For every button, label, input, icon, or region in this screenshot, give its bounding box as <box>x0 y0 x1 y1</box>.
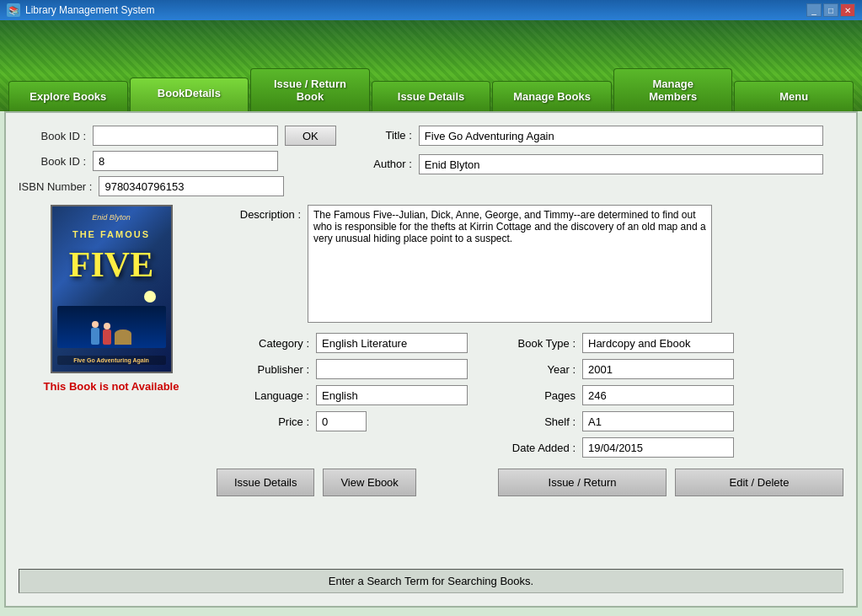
book-id-label-1: Book ID : <box>19 130 86 142</box>
book-id-label-2: Book ID : <box>19 155 86 168</box>
shelf-input[interactable] <box>582 411 734 431</box>
tab-manage-members[interactable]: Manage Members <box>613 68 733 111</box>
action-buttons: Issue Details View Ebook Issue / Return … <box>217 469 843 496</box>
tab-menu[interactable]: Menu <box>734 81 854 111</box>
book-cover-container: Enid Blyton THE FAMOUS FIVE <box>51 205 173 373</box>
language-label: Language : <box>217 389 309 402</box>
content-area: Enid Blyton THE FAMOUS FIVE <box>19 205 843 560</box>
edit-delete-button[interactable]: Edit / Delete <box>675 469 843 496</box>
app-icon: 📚 <box>7 3 20 17</box>
price-input[interactable] <box>316 411 367 431</box>
cover-author: Enid Blyton <box>92 213 131 222</box>
close-button[interactable]: ✕ <box>840 3 855 17</box>
book-id-input-1[interactable] <box>93 126 278 146</box>
book-id-input-2[interactable] <box>93 151 278 171</box>
ok-button[interactable]: OK <box>285 126 336 146</box>
title-input[interactable] <box>419 126 823 146</box>
pages-input[interactable] <box>582 385 734 405</box>
tab-explore-books[interactable]: Explore Books <box>8 81 128 111</box>
price-label: Price : <box>217 415 309 428</box>
publisher-input[interactable] <box>316 359 468 379</box>
cover-subtitle: Five Go Adventuring Again <box>57 356 166 365</box>
date-added-input[interactable] <box>582 437 734 458</box>
status-bar: Enter a Search Term for Searching Books. <box>19 569 843 593</box>
maximize-button[interactable]: □ <box>823 3 838 17</box>
book-type-label: Book Type : <box>474 337 576 350</box>
left-panel: Enid Blyton THE FAMOUS FIVE <box>19 205 204 560</box>
author-input[interactable] <box>419 154 823 174</box>
issue-return-button[interactable]: Issue / Return <box>498 469 667 496</box>
cover-title: FIVE <box>69 247 153 282</box>
nav-area: Explore Books BookDetails Issue / Return… <box>0 20 862 111</box>
date-added-label: Date Added : <box>474 442 576 454</box>
shelf-label: Shelf : <box>474 415 576 428</box>
right-panel: Description : The Famous Five--Julian, D… <box>217 205 843 560</box>
category-input[interactable] <box>316 333 468 353</box>
isbn-label: ISBN Number : <box>19 180 92 193</box>
tab-manage-books[interactable]: Manage Books <box>492 81 612 111</box>
availability-text: This Book is not Available <box>19 380 204 393</box>
tab-book-details[interactable]: BookDetails <box>130 78 249 111</box>
title-bar: 📚 Library Management System _ □ ✕ <box>0 0 862 20</box>
year-label: Year : <box>474 363 576 376</box>
description-label: Description : <box>217 205 301 221</box>
category-label: Category : <box>217 337 309 350</box>
language-input[interactable] <box>316 385 468 405</box>
book-type-input[interactable] <box>582 333 734 353</box>
year-input[interactable] <box>582 359 734 379</box>
author-label: Author : <box>353 154 412 170</box>
cover-series: THE FAMOUS <box>72 229 150 239</box>
publisher-label: Publisher : <box>217 363 309 376</box>
minimize-button[interactable]: _ <box>806 3 822 17</box>
main-content: Book ID : OK Book ID : ISBN Number : Tit… <box>4 111 858 608</box>
isbn-input[interactable] <box>99 176 284 196</box>
issue-details-button[interactable]: Issue Details <box>217 469 314 496</box>
pages-label: Pages <box>474 389 576 402</box>
nav-tabs: Explore Books BookDetails Issue / Return… <box>0 68 862 111</box>
view-ebook-button[interactable]: View Ebook <box>323 469 415 496</box>
description-textarea[interactable]: The Famous Five--Julian, Dick, Anne, Geo… <box>308 205 712 323</box>
app-title: Library Management System <box>25 4 154 16</box>
title-label: Title : <box>353 126 412 142</box>
tab-issue-details[interactable]: Issue Details <box>372 81 491 111</box>
tab-issue-return[interactable]: Issue / Return Book <box>250 68 370 111</box>
book-cover: Enid Blyton THE FAMOUS FIVE <box>52 206 171 372</box>
